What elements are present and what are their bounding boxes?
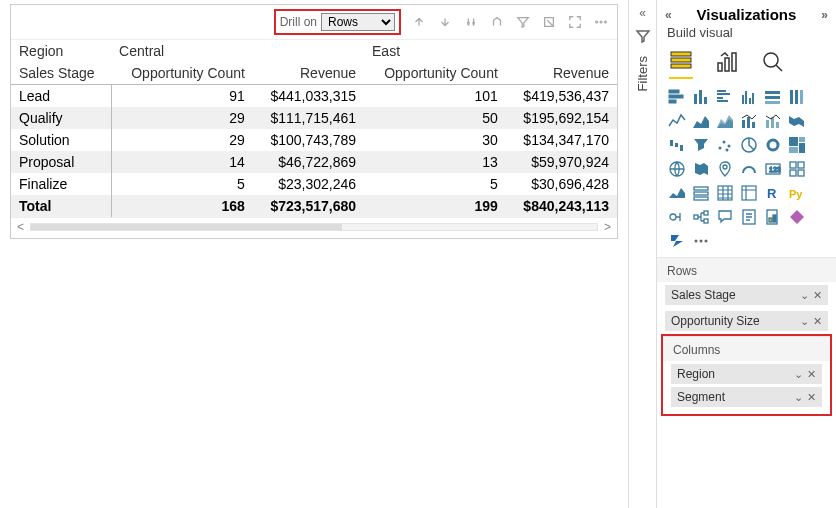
svg-rect-37 xyxy=(789,137,798,146)
col-group-east[interactable]: East xyxy=(364,40,617,62)
svg-rect-24 xyxy=(752,122,755,128)
multi-card-icon[interactable] xyxy=(787,159,807,179)
field-segment[interactable]: Segment ⌄✕ xyxy=(671,387,822,407)
table-row[interactable]: Qualify 29 $111,715,461 50 $195,692,154 xyxy=(11,107,617,129)
line-chart-icon[interactable] xyxy=(667,111,687,131)
svg-rect-6 xyxy=(718,63,722,71)
stacked-column-icon[interactable] xyxy=(691,87,711,107)
svg-rect-21 xyxy=(800,90,803,104)
clustered-bar-icon[interactable] xyxy=(715,87,735,107)
filters-label: Filters xyxy=(635,56,650,91)
decomposition-icon[interactable] xyxy=(691,207,711,227)
qa-icon[interactable] xyxy=(715,207,735,227)
chevron-down-icon[interactable]: ⌄ xyxy=(800,289,809,302)
table-icon[interactable] xyxy=(715,183,735,203)
drill-down-icon[interactable] xyxy=(437,14,453,30)
combo-chart2-icon[interactable] xyxy=(763,111,783,131)
spotlight-icon[interactable] xyxy=(541,14,557,30)
funnel-icon[interactable] xyxy=(691,135,711,155)
stacked-bar-icon[interactable] xyxy=(667,87,687,107)
area-chart-icon[interactable] xyxy=(691,111,711,131)
col-group-central[interactable]: Central xyxy=(111,40,364,62)
stacked-area-icon[interactable] xyxy=(715,111,735,131)
kpi-icon[interactable] xyxy=(667,183,687,203)
collapse-chevron-icon[interactable]: « xyxy=(639,6,646,20)
table-row[interactable]: Solution 29 $100,743,789 30 $134,347,170 xyxy=(11,129,617,151)
scroll-left-icon[interactable]: < xyxy=(17,220,24,234)
table-row[interactable]: Proposal 14 $46,722,869 13 $59,970,924 xyxy=(11,151,617,173)
focus-mode-icon[interactable] xyxy=(567,14,583,30)
chevron-down-icon[interactable]: ⌄ xyxy=(794,368,803,381)
scatter-icon[interactable] xyxy=(715,135,735,155)
format-tab-icon[interactable] xyxy=(715,50,739,77)
powerapps-icon[interactable] xyxy=(787,207,807,227)
svg-rect-25 xyxy=(766,120,769,128)
table-row[interactable]: Finalize 5 $23,302,246 5 $30,696,428 xyxy=(11,173,617,195)
drill-on-control[interactable]: Drill on Rows Columns xyxy=(274,9,401,35)
drill-up-icon[interactable] xyxy=(411,14,427,30)
expand-pane-icon[interactable]: « xyxy=(665,8,672,22)
more-visuals-icon[interactable] xyxy=(691,231,711,251)
filter-icon[interactable] xyxy=(515,14,531,30)
more-options-icon[interactable] xyxy=(593,14,609,30)
row-dim-label: Sales Stage xyxy=(11,62,111,85)
svg-rect-57 xyxy=(694,215,698,219)
combo-chart-icon[interactable] xyxy=(739,111,759,131)
r-visual-icon[interactable]: R xyxy=(763,183,783,203)
filled-map-icon[interactable] xyxy=(691,159,711,179)
ribbon-chart-icon[interactable] xyxy=(787,111,807,131)
scroll-right-icon[interactable]: > xyxy=(604,220,611,234)
remove-field-icon[interactable]: ✕ xyxy=(807,368,816,381)
chevron-down-icon[interactable]: ⌄ xyxy=(794,391,803,404)
matrix-viz-icon[interactable] xyxy=(739,183,759,203)
map-icon[interactable] xyxy=(667,159,687,179)
card-icon[interactable]: 123 xyxy=(763,159,783,179)
power-automate-icon[interactable] xyxy=(667,231,687,251)
paginated-icon[interactable] xyxy=(763,207,783,227)
svg-point-9 xyxy=(764,53,778,67)
svg-rect-8 xyxy=(732,53,736,71)
slicer-icon[interactable] xyxy=(691,183,711,203)
svg-point-56 xyxy=(670,214,676,220)
horizontal-scrollbar[interactable]: < > xyxy=(11,217,617,238)
svg-rect-62 xyxy=(769,218,772,222)
collapse-pane-icon[interactable]: » xyxy=(821,8,828,22)
drill-on-select[interactable]: Rows Columns xyxy=(321,13,395,31)
svg-rect-38 xyxy=(799,137,805,142)
azure-map-icon[interactable] xyxy=(715,159,735,179)
remove-field-icon[interactable]: ✕ xyxy=(813,315,822,328)
filter-pane-icon xyxy=(635,28,651,48)
svg-point-33 xyxy=(728,145,731,148)
treemap-icon[interactable] xyxy=(787,135,807,155)
hundred-bar-icon[interactable] xyxy=(763,87,783,107)
key-influencers-icon[interactable] xyxy=(667,207,687,227)
filters-pane-collapsed[interactable]: « Filters xyxy=(628,0,656,508)
svg-rect-11 xyxy=(669,95,683,98)
table-row[interactable]: Lead 91 $441,033,315 101 $419,536,437 xyxy=(11,85,617,108)
gauge-icon[interactable] xyxy=(739,159,759,179)
svg-point-65 xyxy=(700,240,703,243)
svg-rect-63 xyxy=(773,215,776,222)
svg-point-0 xyxy=(596,21,598,23)
pie-icon[interactable] xyxy=(739,135,759,155)
python-visual-icon[interactable]: Py xyxy=(787,183,807,203)
svg-rect-5 xyxy=(671,64,691,68)
waterfall-icon[interactable] xyxy=(667,135,687,155)
donut-icon[interactable] xyxy=(763,135,783,155)
remove-field-icon[interactable]: ✕ xyxy=(813,289,822,302)
svg-rect-46 xyxy=(798,162,804,168)
visualizations-title: Visualizations xyxy=(697,6,797,23)
build-tab-icon[interactable] xyxy=(669,48,693,79)
chevron-down-icon[interactable]: ⌄ xyxy=(800,315,809,328)
expand-all-icon[interactable] xyxy=(463,14,479,30)
field-opportunity-size[interactable]: Opportunity Size ⌄✕ xyxy=(665,311,828,331)
analytics-tab-icon[interactable] xyxy=(761,50,785,77)
hundred-column-icon[interactable] xyxy=(787,87,807,107)
field-sales-stage[interactable]: Sales Stage ⌄✕ xyxy=(665,285,828,305)
narrative-icon[interactable] xyxy=(739,207,759,227)
field-region[interactable]: Region ⌄✕ xyxy=(671,364,822,384)
col-measure: Opportunity Count xyxy=(111,62,253,85)
hierarchy-icon[interactable] xyxy=(489,14,505,30)
remove-field-icon[interactable]: ✕ xyxy=(807,391,816,404)
clustered-column-icon[interactable] xyxy=(739,87,759,107)
